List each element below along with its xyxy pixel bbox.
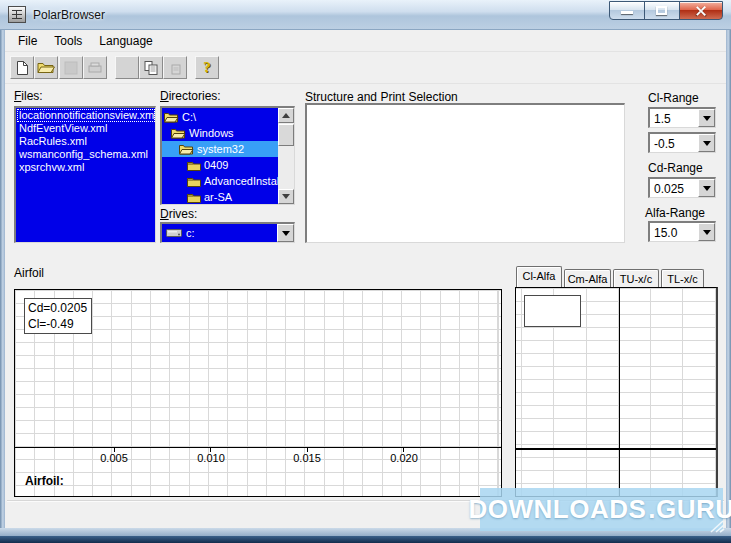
cd-range-combobox[interactable]: 0.025	[648, 177, 716, 198]
closed-folder-icon	[187, 192, 201, 203]
minimize-icon	[621, 11, 633, 14]
resize-grip[interactable]	[709, 519, 725, 533]
drives-combobox[interactable]: c:	[160, 222, 295, 243]
paste-button-disabled	[163, 56, 187, 79]
file-item[interactable]: wsmanconfig_schema.xml	[17, 148, 155, 161]
alfa-range-value: 15.0	[654, 226, 677, 240]
open-folder-icon	[179, 144, 194, 155]
toolbar: ?	[5, 53, 726, 84]
alfa-range-label: Alfa-Range	[645, 206, 705, 220]
file-item[interactable]: locationnotificationsview.xml	[17, 109, 155, 122]
watermark: DOWNLOADS .GURU	[480, 488, 723, 531]
file-item[interactable]: xpsrchvw.xml	[17, 161, 155, 174]
directory-item[interactable]: Windows	[162, 125, 278, 141]
annotation-cd: Cd=0.0205	[28, 300, 88, 316]
app-icon-glyph	[12, 10, 22, 19]
dropdown-arrow-icon	[703, 230, 711, 235]
tab-tl-xc[interactable]: TL-x/c	[661, 269, 704, 287]
directory-name: ar-SA	[204, 191, 232, 203]
directory-item[interactable]: AdvancedInstaller	[162, 173, 278, 189]
drives-dropdown-button[interactable]	[277, 224, 294, 242]
menu-tools[interactable]: Tools	[46, 31, 90, 51]
menubar: File Tools Language	[5, 30, 726, 52]
files-label: Files:	[14, 89, 43, 103]
new-file-button[interactable]	[10, 56, 34, 79]
files-listbox[interactable]: locationnotificationsview.xml NdfEventVi…	[14, 106, 156, 243]
caption-buttons	[610, 1, 723, 20]
alfa-range-dropdown-button[interactable]	[698, 223, 715, 241]
cl-max-combobox[interactable]: 1.5	[648, 107, 716, 128]
cl-min-combobox[interactable]: -0.5	[648, 132, 716, 153]
annotation-cl: Cl=-0.49	[28, 316, 88, 332]
directory-item[interactable]: ar-SA	[162, 189, 278, 205]
cl-range-label: Cl-Range	[648, 91, 699, 105]
open-folder-icon	[164, 112, 179, 123]
scroll-up-button[interactable]	[278, 108, 294, 123]
print-button-disabled	[83, 56, 107, 79]
copy-icon	[143, 60, 159, 76]
airfoil-label: Airfoil	[14, 266, 44, 280]
directories-label: Directories:	[160, 89, 221, 103]
tab-cm-alfa[interactable]: Cm-Alfa	[564, 269, 611, 287]
airfoil-polar-chart: Cd=0.0205 Cl=-0.49 0.005 0.010 0.015 0.0…	[14, 289, 502, 497]
copy-button[interactable]	[139, 56, 163, 79]
save-icon	[64, 61, 78, 75]
minimize-button[interactable]	[609, 1, 645, 20]
titlebar[interactable]: PolarBrowser	[0, 0, 731, 30]
chart-legend-box	[524, 295, 581, 327]
client-area: File Tools Language	[5, 30, 726, 528]
scroll-down-button[interactable]	[278, 189, 294, 204]
app-icon	[8, 6, 26, 23]
help-icon: ?	[203, 59, 211, 76]
close-icon	[695, 5, 707, 17]
x-axis-line	[516, 448, 716, 450]
blank-button-disabled	[115, 56, 139, 79]
drive-value: c:	[186, 227, 195, 239]
cl-min-dropdown-button[interactable]	[698, 134, 715, 152]
x-tick-label: 0.020	[382, 452, 426, 464]
file-item[interactable]: NdfEventView.xml	[17, 122, 155, 135]
directory-item[interactable]: 0409	[162, 157, 278, 173]
directories-scrollbar[interactable]	[278, 108, 294, 204]
directories-listbox[interactable]: C:\ Windows system32 0409 AdvancedInstal…	[160, 106, 295, 205]
menu-language[interactable]: Language	[91, 31, 160, 51]
paste-icon	[168, 61, 182, 75]
close-button[interactable]	[679, 1, 723, 20]
open-file-button[interactable]	[34, 56, 58, 79]
menu-file[interactable]: File	[10, 31, 45, 51]
drives-label: Drives:	[160, 207, 197, 221]
arrow-down-icon	[282, 194, 290, 199]
alfa-range-combobox[interactable]: 15.0	[648, 221, 716, 242]
file-item[interactable]: RacRules.xml	[17, 135, 155, 148]
tab-tu-xc[interactable]: TU-x/c	[613, 269, 659, 287]
help-button[interactable]: ?	[195, 56, 219, 79]
maximize-button[interactable]	[644, 1, 680, 20]
cd-range-dropdown-button[interactable]	[698, 179, 715, 197]
directory-name: AdvancedInstaller	[204, 175, 278, 187]
cl-max-value: 1.5	[654, 112, 671, 126]
x-tick-label: 0.015	[285, 452, 329, 464]
closed-folder-icon	[187, 176, 201, 187]
tab-cl-alfa[interactable]: Cl-Alfa	[516, 266, 562, 287]
polarbrowser-window: PolarBrowser File Tools Language	[0, 0, 731, 543]
open-folder-icon	[171, 128, 186, 139]
structure-label: Structure and Print Selection	[305, 90, 458, 104]
cl-alfa-chart	[515, 287, 718, 497]
structure-listbox[interactable]	[305, 103, 625, 243]
print-icon	[87, 62, 103, 74]
closed-folder-icon	[187, 160, 201, 171]
scrollbar-thumb[interactable]	[278, 124, 294, 146]
arrow-up-icon	[282, 113, 290, 118]
chart-annotation: Cd=0.0205 Cl=-0.49	[24, 298, 92, 334]
open-folder-icon	[37, 61, 55, 74]
y-axis-line	[619, 288, 620, 496]
directory-name: C:\	[182, 111, 196, 123]
directory-item[interactable]: C:\	[162, 109, 278, 125]
window-frame-bottom-band	[0, 536, 731, 543]
directory-item-selected[interactable]: system32	[162, 141, 278, 157]
airfoil-footer-label: Airfoil:	[25, 474, 64, 488]
x-axis-line	[15, 447, 501, 448]
cd-range-value: 0.025	[654, 182, 684, 196]
directory-name: 0409	[204, 159, 228, 171]
cl-max-dropdown-button[interactable]	[698, 109, 715, 127]
